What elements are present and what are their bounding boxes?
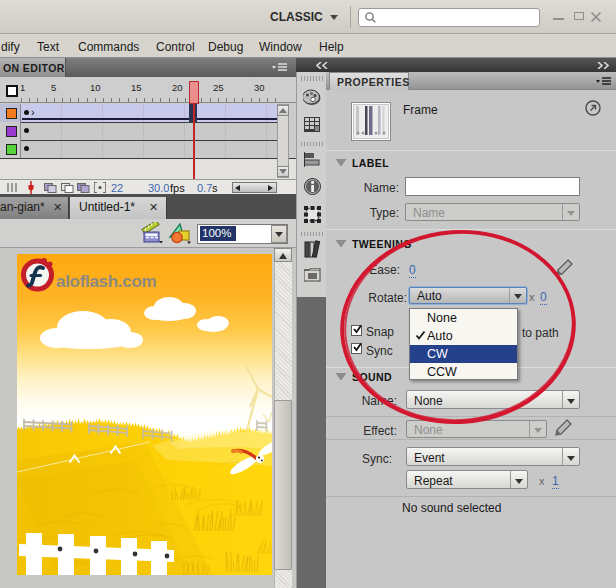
svg-text:aloflash.com: aloflash.com (56, 272, 157, 291)
